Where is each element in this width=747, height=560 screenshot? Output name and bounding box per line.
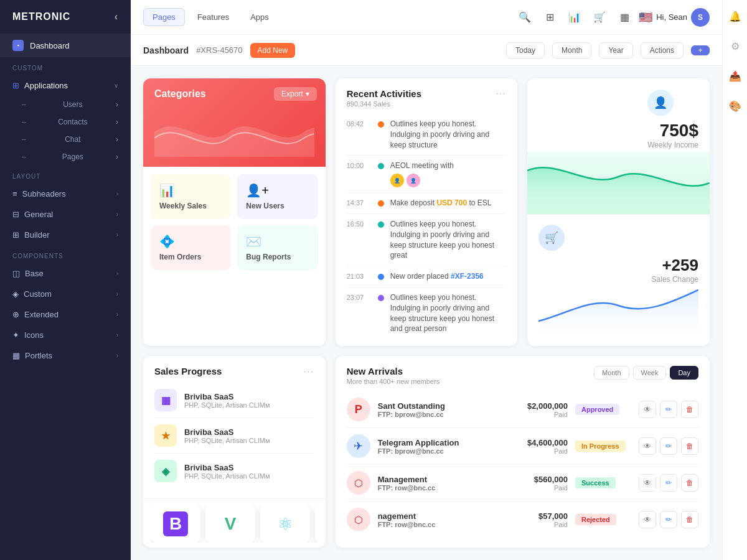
activity-item-2: 14:37 Make deposit USD 700 to ESL bbox=[347, 193, 507, 214]
right-icon-bell[interactable]: 🔔 bbox=[725, 6, 745, 26]
act-time-3: 16:50 bbox=[347, 220, 372, 228]
chevron-down-icon: ▾ bbox=[306, 90, 309, 98]
arr-view-btn-3[interactable]: 👁 bbox=[639, 511, 656, 528]
actions-button[interactable]: Actions bbox=[641, 42, 684, 58]
act-dot-2 bbox=[378, 200, 384, 207]
categories-card: Categories Export ▾ 📊 Weekly Sales bbox=[143, 78, 326, 346]
arr-edit-btn-1[interactable]: ✏ bbox=[660, 437, 677, 455]
user-menu[interactable]: Hi, Sean S bbox=[656, 8, 710, 27]
sidebar-item-portlets[interactable]: ▦Portlets › bbox=[0, 345, 131, 366]
arr-edit-btn-3[interactable]: ✏ bbox=[660, 511, 677, 528]
chevron-down-icon: ∨ bbox=[114, 82, 118, 89]
export-button[interactable]: Export ▾ bbox=[274, 87, 317, 101]
sidebar-item-base[interactable]: ◫Base › bbox=[0, 263, 131, 284]
sidebar-item-general[interactable]: ⊟General › bbox=[0, 204, 131, 225]
activity-item-3: 16:50 Outlines keep you honest. Indulgin… bbox=[347, 214, 507, 266]
categories-header: Categories Export ▾ bbox=[143, 78, 326, 167]
sidebar-sub-pages[interactable]: –Pages› bbox=[0, 148, 131, 166]
cat-tile-bug-reports[interactable]: ✉️ Bug Reports bbox=[237, 225, 317, 270]
item-orders-label: Item Orders bbox=[159, 253, 222, 261]
sidebar-toggle-icon[interactable]: ‹ bbox=[115, 11, 118, 22]
arr-info-2: Management FTP: row@bnc.cc bbox=[378, 475, 504, 492]
tab-week[interactable]: Week bbox=[633, 366, 667, 380]
month-button[interactable]: Month bbox=[552, 42, 591, 58]
bug-reports-icon: ✉️ bbox=[246, 234, 309, 249]
sidebar-sub-chat[interactable]: –Chat› bbox=[0, 131, 131, 148]
nav-pages-btn[interactable]: Pages bbox=[143, 8, 185, 26]
arr-name-3: nagement bbox=[378, 511, 504, 521]
year-button[interactable]: Year bbox=[599, 42, 632, 58]
right-icon-gear[interactable]: ⚙ bbox=[725, 36, 745, 56]
nav-apps-btn[interactable]: Apps bbox=[242, 9, 278, 26]
activities-menu-dots[interactable]: ··· bbox=[496, 88, 506, 98]
arr-view-btn-2[interactable]: 👁 bbox=[639, 474, 656, 492]
sales-header: Sales Progress ··· bbox=[143, 356, 326, 383]
sales-info-1: Briviba SaaS PHP, SQLite, Artisan CLIMм bbox=[184, 427, 314, 444]
sales-change-icon: 🛒 bbox=[538, 225, 565, 251]
arr-logo-0: P bbox=[347, 398, 370, 421]
sales-name-0: Briviba SaaS bbox=[184, 392, 314, 401]
right-icon-palette[interactable]: 🎨 bbox=[725, 96, 745, 116]
tab-month[interactable]: Month bbox=[594, 366, 629, 380]
arr-logo-1: ✈ bbox=[347, 434, 370, 458]
nav-features-btn[interactable]: Features bbox=[189, 9, 238, 26]
sidebar-item-builder[interactable]: ⊞Builder › bbox=[0, 225, 131, 245]
arr-edit-btn-2[interactable]: ✏ bbox=[660, 474, 677, 492]
income-change: +259 bbox=[538, 256, 698, 275]
income-change-label: Sales Change bbox=[538, 275, 698, 284]
vue-logo: V bbox=[205, 505, 255, 543]
income-label: Weekly Income bbox=[647, 141, 698, 149]
today-button[interactable]: Today bbox=[506, 42, 545, 58]
sales-name-2: Briviba SaaS bbox=[184, 463, 314, 472]
grid-icon[interactable]: ⊞ bbox=[539, 7, 560, 28]
item-orders-icon: 💠 bbox=[159, 234, 222, 249]
arr-delete-btn-2[interactable]: 🗑 bbox=[681, 474, 698, 492]
sidebar-item-extended[interactable]: ⊕Extended › bbox=[0, 304, 131, 325]
arr-name-0: Sant Outstanding bbox=[378, 401, 504, 411]
sidebar-item-dashboard[interactable]: ▪ Dashboard bbox=[0, 34, 131, 57]
sales-menu-dots[interactable]: ··· bbox=[304, 366, 314, 376]
right-icon-send[interactable]: 📤 bbox=[725, 66, 745, 86]
sidebar-item-applications[interactable]: ⊞ Applications ∨ bbox=[0, 75, 131, 96]
status-badge-0: Approved bbox=[575, 404, 619, 415]
arr-amount-0: $2,000,000 Paid bbox=[512, 401, 568, 418]
arr-edit-btn-0[interactable]: ✏ bbox=[660, 401, 677, 418]
arr-actions-0: 👁 ✏ 🗑 bbox=[639, 401, 698, 418]
apps-grid-icon[interactable]: ▦ bbox=[614, 7, 635, 28]
arr-row-0: P Sant Outstanding FTP: bprow@bnc.cc $2,… bbox=[347, 391, 698, 428]
sidebar-item-subheaders[interactable]: ≡Subheaders › bbox=[0, 184, 131, 204]
arr-amount-1: $4,600,000 Paid bbox=[512, 438, 568, 455]
arrivals-table: P Sant Outstanding FTP: bprow@bnc.cc $2,… bbox=[336, 391, 710, 548]
cart-icon[interactable]: 🛒 bbox=[589, 7, 610, 28]
tab-day[interactable]: Day bbox=[670, 366, 698, 380]
arr-view-btn-0[interactable]: 👁 bbox=[639, 401, 656, 418]
sidebar-item-icons[interactable]: ✦Icons › bbox=[0, 325, 131, 345]
arr-row-3: ⬡ nagement FTP: row@bnc.cc $57,000 Paid … bbox=[347, 502, 698, 538]
sidebar-sub-users[interactable]: –Users› bbox=[0, 96, 131, 113]
cat-tile-item-orders[interactable]: 💠 Item Orders bbox=[151, 225, 231, 270]
arr-delete-btn-1[interactable]: 🗑 bbox=[681, 437, 698, 455]
arr-delete-btn-0[interactable]: 🗑 bbox=[681, 401, 698, 418]
sales-desc-1: PHP, SQLite, Artisan CLIMм bbox=[184, 437, 314, 444]
arr-status-0: Approved bbox=[575, 404, 631, 415]
topnav: Pages Features Apps 🔍 ⊞ 📊 🛒 ▦ 🇺🇸 Hi, Sea… bbox=[131, 0, 722, 35]
activity-item-0: 08:42 Outlines keep you honest. Indulgin… bbox=[347, 114, 507, 156]
add-new-button[interactable]: Add New bbox=[250, 43, 296, 58]
flag-icon[interactable]: 🇺🇸 bbox=[639, 11, 652, 24]
sidebar-item-custom[interactable]: ◈Custom › bbox=[0, 284, 131, 304]
arr-actions-3: 👁 ✏ 🗑 bbox=[639, 511, 698, 528]
search-icon[interactable]: 🔍 bbox=[514, 7, 535, 28]
activities-list: 08:42 Outlines keep you honest. Indulgin… bbox=[336, 114, 518, 346]
cat-tile-weekly-sales[interactable]: 📊 Weekly Sales bbox=[151, 174, 231, 219]
act-content-1: AEOL meeting with 👤 👤 bbox=[390, 161, 507, 187]
chart-icon[interactable]: 📊 bbox=[564, 7, 585, 28]
arr-amount-3: $57,000 Paid bbox=[512, 511, 568, 528]
add-icon-button[interactable]: + bbox=[691, 45, 710, 55]
cat-tile-new-users[interactable]: 👤+ New Users bbox=[237, 174, 317, 219]
act-text-0: Outlines keep you honest. Indulging in p… bbox=[390, 119, 507, 150]
sidebar-sub-contacts[interactable]: –Contacts› bbox=[0, 113, 131, 131]
arr-view-btn-1[interactable]: 👁 bbox=[639, 437, 656, 455]
dashboard-label: Dashboard bbox=[30, 41, 70, 50]
activities-title: Recent Activities bbox=[347, 88, 421, 99]
arr-delete-btn-3[interactable]: 🗑 bbox=[681, 511, 698, 528]
